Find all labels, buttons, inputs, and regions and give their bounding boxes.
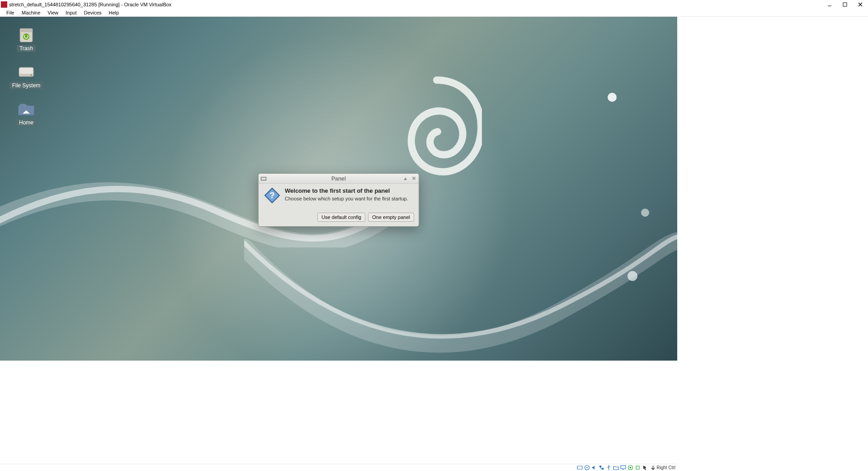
wallpaper-wave — [244, 216, 677, 361]
menu-machine[interactable]: Machine — [18, 10, 44, 15]
desktop-icon-label: Home — [16, 119, 36, 126]
status-optical-icon[interactable] — [584, 465, 590, 471]
desktop-icon-label: Trash — [17, 45, 36, 52]
dialog-message: Choose below which setup you want for th… — [285, 196, 408, 201]
status-network-icon[interactable] — [598, 465, 604, 471]
trash-icon — [16, 26, 36, 44]
status-display-icon[interactable] — [620, 465, 626, 471]
status-usb-icon[interactable] — [605, 465, 612, 471]
menu-input[interactable]: Input — [62, 10, 80, 15]
window-close-button[interactable] — [857, 1, 863, 8]
status-audio-icon[interactable] — [591, 465, 597, 471]
desktop-icon-filesystem[interactable]: File System — [7, 63, 45, 89]
status-mouse-integration-icon[interactable] — [642, 465, 648, 471]
window-maximize-button[interactable] — [842, 1, 848, 8]
svg-point-22 — [629, 467, 631, 469]
svg-point-6 — [23, 33, 29, 40]
guest-desktop[interactable]: Trash File System Home Panel — [0, 17, 677, 361]
svg-rect-1 — [843, 3, 847, 6]
status-harddisk-icon[interactable] — [576, 465, 583, 471]
svg-text:?: ? — [270, 191, 275, 200]
wallpaper-dot — [641, 209, 649, 217]
home-folder-icon — [16, 100, 36, 118]
status-cpu-icon[interactable] — [634, 465, 641, 471]
one-empty-panel-button[interactable]: One empty panel — [368, 213, 414, 222]
status-shared-folders-icon[interactable] — [613, 465, 619, 471]
dialog-close-button[interactable]: ✕ — [410, 176, 417, 182]
wallpaper-dot — [627, 271, 637, 281]
svg-point-9 — [31, 75, 32, 76]
question-icon: ? — [264, 187, 280, 204]
dialog-heading: Welcome to the first start of the panel — [285, 187, 408, 194]
status-recording-icon[interactable] — [627, 465, 633, 471]
host-key-indicator[interactable]: Right Ctrl — [651, 465, 675, 470]
svg-point-16 — [586, 467, 588, 468]
virtualbox-menubar: File Machine View Input Devices Help — [0, 9, 868, 17]
menu-file[interactable]: File — [3, 10, 18, 15]
menu-devices[interactable]: Devices — [80, 10, 105, 15]
host-key-label: Right Ctrl — [656, 465, 675, 470]
svg-rect-14 — [577, 466, 582, 469]
desktop-icon-label: File System — [9, 82, 43, 89]
virtualbox-app-icon — [1, 1, 7, 8]
drive-icon — [16, 63, 36, 81]
svg-rect-11 — [261, 177, 266, 180]
desktop-icon-home[interactable]: Home — [7, 100, 45, 126]
virtualbox-titlebar: stretch_default_1544810295640_31285 [Run… — [0, 0, 868, 9]
svg-rect-5 — [20, 29, 33, 32]
wallpaper-dot — [608, 93, 617, 102]
dialog-titlebar[interactable]: Panel ▴ ✕ — [259, 174, 419, 184]
virtualbox-statusbar: Right Ctrl — [0, 464, 677, 471]
svg-rect-23 — [636, 466, 639, 469]
panel-first-start-dialog: Panel ▴ ✕ ? Welcome to the first start o… — [258, 173, 419, 227]
window-minimize-button[interactable] — [826, 1, 833, 8]
window-title: stretch_default_1544810295640_31285 [Run… — [9, 2, 826, 7]
svg-rect-19 — [621, 466, 626, 469]
menu-view[interactable]: View — [44, 10, 62, 15]
menu-help[interactable]: Help — [105, 10, 123, 15]
dialog-minimize-button[interactable]: ▴ — [402, 176, 409, 182]
dialog-app-icon — [260, 176, 267, 182]
use-default-config-button[interactable]: Use default config — [317, 213, 365, 222]
desktop-icon-trash[interactable]: Trash — [7, 26, 45, 52]
svg-rect-17 — [599, 466, 601, 467]
dialog-title: Panel — [259, 176, 419, 182]
